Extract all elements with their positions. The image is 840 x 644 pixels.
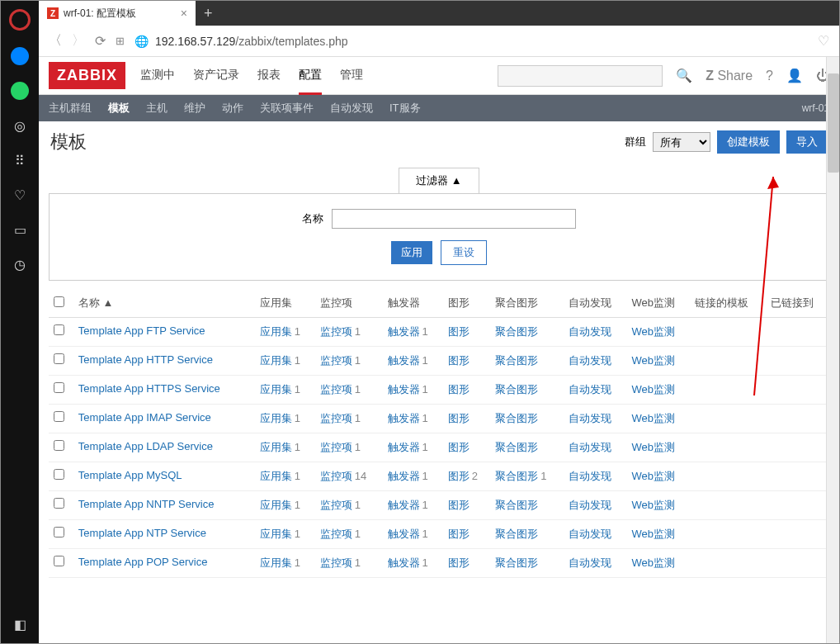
speed-dial-button[interactable]: ⊞ — [116, 35, 125, 47]
url-host: 192.168.57.129 — [155, 35, 235, 48]
col-6[interactable]: 自动发现 — [564, 289, 626, 318]
submenu-动作[interactable]: 动作 — [222, 101, 243, 116]
template-name-link[interactable]: Template App MySQL — [78, 469, 182, 481]
messenger-icon[interactable] — [11, 47, 29, 65]
user-icon[interactable]: 👤 — [786, 68, 803, 83]
col-4[interactable]: 图形 — [443, 289, 491, 318]
group-select[interactable]: 所有 — [653, 132, 710, 152]
template-name-link[interactable]: Template App NTP Service — [78, 527, 206, 539]
filter-panel: 名称 应用 重设 — [49, 193, 829, 281]
col-7[interactable]: Web监测 — [626, 289, 690, 318]
tab-title: wrf-01: 配置模板 — [64, 7, 136, 21]
submenu-IT服务[interactable]: IT服务 — [389, 101, 421, 116]
url-path: /zabbix/templates.php — [235, 35, 347, 48]
whatsapp-icon[interactable] — [11, 82, 29, 100]
zabbix-header: ZABBIX 监测中资产记录报表配置管理 🔍 Z Share ? 👤 ⏻ — [39, 57, 839, 95]
filter-toggle[interactable]: 过滤器 ▲ — [399, 168, 479, 193]
table-row: Template App NNTP Service应用集1监控项1触发器1图形聚… — [49, 491, 829, 520]
favicon-icon: Z — [47, 7, 59, 19]
template-name-link[interactable]: Template App IMAP Service — [78, 411, 211, 424]
col-8[interactable]: 链接的模板 — [690, 289, 766, 318]
menu-资产记录[interactable]: 资产记录 — [193, 68, 239, 83]
table-row: Template App IMAP Service应用集1监控项1触发器1图形聚… — [49, 405, 829, 433]
help-icon[interactable]: ? — [766, 69, 773, 83]
template-name-link[interactable]: Template App LDAP Service — [78, 440, 213, 452]
opera-logo-icon[interactable] — [9, 9, 31, 31]
group-label: 群组 — [625, 135, 646, 149]
new-tab-button[interactable]: + — [196, 5, 221, 22]
col-9[interactable]: 已链接到 — [766, 289, 829, 318]
tab-close-icon[interactable]: × — [181, 7, 187, 20]
server-name: wrf-01 — [802, 102, 829, 114]
globe-icon: 🌐 — [134, 35, 149, 48]
create-template-button[interactable]: 创建模板 — [717, 130, 780, 154]
sidebar-toggle-icon[interactable]: ◧ — [11, 615, 29, 633]
table-row: Template App POP Service应用集1监控项1触发器1图形聚合… — [49, 549, 829, 578]
import-button[interactable]: 导入 — [786, 130, 828, 154]
row-checkbox[interactable] — [54, 411, 64, 422]
menu-监测中[interactable]: 监测中 — [140, 68, 175, 83]
submenu-维护[interactable]: 维护 — [184, 101, 205, 116]
table-row: Template App NTP Service应用集1监控项1触发器1图形聚合… — [49, 520, 829, 549]
zabbix-submenu: 主机群组模板主机维护动作关联项事件自动发现IT服务wrf-01 — [39, 95, 839, 121]
apply-button[interactable]: 应用 — [391, 241, 432, 264]
page-content: ZABBIX 监测中资产记录报表配置管理 🔍 Z Share ? 👤 ⏻ 主机群… — [39, 57, 839, 643]
tab-bar: Z wrf-01: 配置模板 × + — [39, 1, 839, 26]
submenu-主机[interactable]: 主机 — [146, 101, 168, 116]
scrollbar-thumb[interactable] — [828, 73, 839, 173]
row-checkbox[interactable] — [54, 353, 64, 364]
row-checkbox[interactable] — [54, 498, 64, 509]
camera-icon[interactable]: ◎ — [11, 116, 29, 135]
row-checkbox[interactable] — [54, 382, 64, 393]
col-0[interactable]: 名称 ▲ — [73, 289, 255, 318]
row-checkbox[interactable] — [54, 440, 64, 451]
table-row: Template App LDAP Service应用集1监控项1触发器1图形聚… — [49, 433, 829, 462]
col-1[interactable]: 应用集 — [255, 289, 315, 318]
search-icon[interactable]: 🔍 — [676, 68, 692, 83]
col-5[interactable]: 聚合图形 — [490, 289, 564, 318]
forward-button[interactable]: 〉 — [72, 32, 85, 50]
template-name-link[interactable]: Template App NNTP Service — [78, 498, 215, 510]
row-checkbox[interactable] — [54, 469, 64, 480]
speed-dial-icon[interactable]: ⠿ — [11, 151, 29, 169]
page-title: 模板 — [50, 130, 87, 154]
submenu-模板[interactable]: 模板 — [108, 101, 130, 116]
bookmark-icon[interactable]: ♡ — [818, 33, 829, 49]
row-checkbox[interactable] — [54, 324, 64, 335]
news-icon[interactable]: ▭ — [11, 220, 29, 239]
template-name-link[interactable]: Template App POP Service — [78, 556, 208, 568]
reset-button[interactable]: 重设 — [441, 240, 487, 265]
filter-name-input[interactable] — [332, 209, 576, 229]
table-row: Template App FTP Service应用集1监控项1触发器1图形聚合… — [49, 318, 829, 347]
templates-table: 名称 ▲应用集监控项触发器图形聚合图形自动发现Web监测链接的模板已链接到 Te… — [49, 289, 829, 578]
row-checkbox[interactable] — [54, 527, 64, 537]
zabbix-logo[interactable]: ZABBIX — [49, 62, 125, 89]
menu-管理[interactable]: 管理 — [340, 68, 363, 83]
select-all-checkbox[interactable] — [54, 296, 64, 307]
reload-button[interactable]: ⟳ — [95, 33, 106, 49]
history-icon[interactable]: ◷ — [11, 255, 29, 273]
template-name-link[interactable]: Template App HTTPS Service — [78, 382, 220, 395]
back-button[interactable]: 〈 — [49, 32, 62, 50]
menu-报表[interactable]: 报表 — [257, 68, 281, 83]
col-3[interactable]: 触发器 — [383, 289, 443, 318]
heart-icon[interactable]: ♡ — [11, 186, 29, 204]
submenu-自动发现[interactable]: 自动发现 — [330, 101, 373, 116]
menu-配置[interactable]: 配置 — [299, 68, 322, 95]
row-checkbox[interactable] — [54, 556, 64, 566]
search-input[interactable] — [498, 65, 663, 87]
scrollbar[interactable] — [826, 57, 839, 643]
table-row: Template App HTTPS Service应用集1监控项1触发器1图形… — [49, 376, 829, 405]
filter-name-label: 名称 — [302, 211, 323, 226]
submenu-关联项事件[interactable]: 关联项事件 — [260, 101, 314, 116]
browser-sidebar: ◎ ⠿ ♡ ▭ ◷ ◧ — [1, 1, 39, 643]
submenu-主机群组[interactable]: 主机群组 — [49, 101, 92, 116]
browser-tab[interactable]: Z wrf-01: 配置模板 × — [39, 1, 196, 26]
template-name-link[interactable]: Template App HTTP Service — [78, 353, 213, 366]
col-2[interactable]: 监控项 — [315, 289, 383, 318]
table-row: Template App MySQL应用集1监控项14触发器1图形2聚合图形1自… — [49, 462, 829, 491]
address-bar: 〈 〉 ⟳ ⊞ 🌐 192.168.57.129/zabbix/template… — [39, 26, 839, 57]
template-name-link[interactable]: Template App FTP Service — [78, 324, 205, 337]
share-link[interactable]: Z Share — [706, 69, 753, 83]
url-input[interactable]: 🌐 192.168.57.129/zabbix/templates.php — [134, 35, 808, 48]
